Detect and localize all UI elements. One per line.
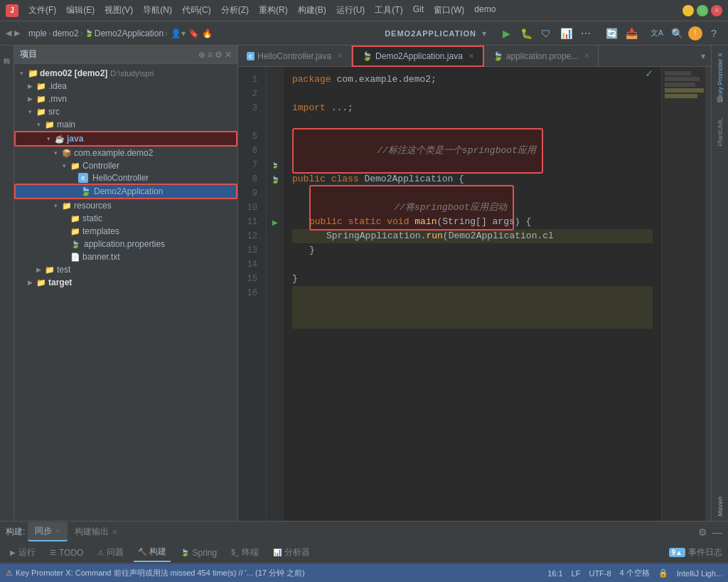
- code-content[interactable]: ✓ package com.example.demo2; import ...;…: [284, 67, 661, 521]
- tree-item-templates[interactable]: ▶ 📁 templates: [14, 225, 237, 238]
- tree-item-root[interactable]: ▾ 📁 demo02 [demo2] D:\study\spri: [14, 67, 237, 80]
- help-button[interactable]: ?: [705, 25, 722, 42]
- menu-git[interactable]: Git: [409, 3, 428, 18]
- close-tab-appprops[interactable]: ✕: [584, 52, 589, 60]
- run-button[interactable]: ▶: [498, 25, 515, 42]
- tree-item-test[interactable]: ▶ 📁 test: [14, 263, 237, 276]
- close-sync-icon[interactable]: ✕: [55, 527, 60, 535]
- maximize-button[interactable]: □: [697, 5, 708, 16]
- tree-item-target[interactable]: ▶ 📁 target: [14, 276, 237, 289]
- right-tab-maven[interactable]: Maven: [715, 492, 725, 521]
- tree-item-resources[interactable]: ▾ 📁 resources: [14, 199, 237, 212]
- bottom-settings-icon[interactable]: ⚙: [698, 527, 707, 538]
- theme-label[interactable]: IntelliJ Ligh...: [677, 569, 722, 578]
- project-close-icon[interactable]: ✕: [225, 50, 232, 60]
- menu-window[interactable]: 窗口(W): [429, 3, 469, 18]
- project-settings-icon[interactable]: ≡: [208, 50, 213, 60]
- run-tab-spring[interactable]: 🍃 Spring: [176, 545, 221, 561]
- menu-code[interactable]: 代码(C): [178, 3, 215, 18]
- cursor-position[interactable]: 16:1: [547, 569, 562, 578]
- minimize-button[interactable]: —: [682, 5, 694, 16]
- close-button[interactable]: ✕: [711, 5, 722, 16]
- project-gear-icon[interactable]: ⚙: [215, 50, 223, 60]
- tree-item-static[interactable]: ▶ 📁 static: [14, 212, 237, 225]
- notification-button[interactable]: !: [688, 26, 702, 41]
- run-tab-build[interactable]: 🔨 构建: [134, 543, 171, 562]
- tree-item-mvn[interactable]: ▶ 📁 .mvn: [14, 92, 237, 105]
- tree-item-main[interactable]: ▾ 📁 main: [14, 118, 237, 131]
- toolbar-icon-forward[interactable]: ▶: [14, 28, 20, 38]
- project-panel-actions: ⊕ ≡ ⚙ ✕: [198, 50, 232, 60]
- run-tab-problems[interactable]: ⚠ 问题: [93, 544, 128, 561]
- event-log-label[interactable]: 事件日志: [688, 546, 722, 559]
- translate-button[interactable]: 文A: [648, 25, 665, 42]
- search-button[interactable]: 🔍: [668, 25, 685, 42]
- tree-label-templates: templates: [82, 226, 119, 236]
- menu-build[interactable]: 构建(B): [294, 3, 331, 18]
- tree-item-demo2app[interactable]: ▶ 🍃 Demo2Application: [14, 184, 237, 199]
- menu-edit[interactable]: 编辑(E): [62, 3, 99, 18]
- menu-view[interactable]: 视图(V): [100, 3, 137, 18]
- tree-item-hellocontroller[interactable]: ▶ c HelloController: [14, 172, 237, 184]
- menu-nav[interactable]: 导航(N): [139, 3, 176, 18]
- debug-button[interactable]: 🐛: [518, 25, 535, 42]
- run-tab-run[interactable]: ▶ 运行: [6, 544, 40, 561]
- run-gutter-11[interactable]: ▶: [267, 215, 284, 229]
- tree-item-idea[interactable]: ▶ 📁 .idea: [14, 80, 237, 92]
- tab-hellocontroller[interactable]: c HelloController.java ✕: [238, 46, 352, 67]
- bottom-minimize-icon[interactable]: —: [712, 527, 722, 538]
- tree-item-banner[interactable]: ▶ 📄 banner.txt: [14, 250, 237, 263]
- breadcrumb-demo2[interactable]: demo2: [53, 28, 79, 38]
- toolbar-icon-user[interactable]: 👤▾: [171, 28, 186, 38]
- tab-demo2app[interactable]: 🍃 Demo2Application.java ✕: [352, 46, 484, 67]
- more-run-button[interactable]: ⋯: [577, 25, 594, 42]
- encoding[interactable]: UTF-8: [589, 569, 611, 578]
- line-ending[interactable]: LF: [572, 569, 581, 578]
- run-tab-todo[interactable]: ☰ TODO: [46, 545, 87, 561]
- profiler-button[interactable]: 📊: [557, 25, 574, 42]
- bottom-tab-buildout[interactable]: 构建输出 ✕: [68, 523, 124, 541]
- code-line-4: [292, 115, 653, 129]
- tree-label-src: src: [48, 107, 60, 117]
- close-tab-hello[interactable]: ✕: [337, 52, 343, 60]
- menu-tools[interactable]: 工具(T): [370, 3, 407, 18]
- coverage-button[interactable]: 🛡: [537, 25, 555, 42]
- run-tab-terminal[interactable]: $_ 终端: [227, 544, 263, 561]
- tab-appprops[interactable]: 🍃 application.prope... ✕: [484, 46, 599, 67]
- todo-icon: ☰: [50, 549, 56, 556]
- indent-setting[interactable]: 4 个空格: [620, 568, 650, 578]
- toolbar-icon-back[interactable]: ◀: [6, 28, 11, 38]
- menu-file[interactable]: 文件(F): [24, 3, 60, 18]
- tree-item-com[interactable]: ▾ 📦 com.example.demo2: [14, 147, 237, 159]
- project-dropdown-icon[interactable]: ▾: [482, 28, 486, 38]
- class-gutter-8[interactable]: 🍃: [267, 172, 284, 186]
- right-tab-planuml[interactable]: PlantUML: [715, 114, 725, 151]
- vcs-update-button[interactable]: 🔄: [603, 25, 620, 42]
- spring-icon-tab2: 🍃: [362, 51, 373, 61]
- menu-demo[interactable]: demo: [470, 3, 500, 18]
- close-buildout-icon[interactable]: ✕: [112, 528, 117, 536]
- menu-analyze[interactable]: 分析(Z): [217, 3, 253, 18]
- spring-gutter-7[interactable]: 🍃: [267, 158, 284, 172]
- tree-item-controller[interactable]: ▾ 📁 Controller: [14, 159, 237, 172]
- right-tab-key-promoter[interactable]: Key Promoter X: [715, 48, 725, 102]
- breadcrumb-sample[interactable]: mple: [28, 28, 47, 38]
- build-icon: 🔨: [138, 548, 146, 556]
- close-tab-demo2app[interactable]: ✕: [469, 52, 474, 60]
- tree-item-src[interactable]: ▾ 📁 src: [14, 105, 237, 118]
- project-sync-icon[interactable]: ⊕: [198, 50, 205, 60]
- bottom-tab-sync[interactable]: 同步 ✕: [28, 522, 68, 541]
- breadcrumb-app[interactable]: 🍃 Demo2Application: [85, 28, 164, 38]
- tree-item-appprops[interactable]: ▶ 🍃 application.properties: [14, 238, 237, 250]
- vcs-commit-button[interactable]: 📥: [623, 25, 640, 42]
- sidebar-collections-icon[interactable]: 收藏: [1, 512, 13, 521]
- run-tab-analyzer[interactable]: 📊 分析器: [269, 544, 314, 561]
- toolbar-icon-bookmark[interactable]: 🔖: [188, 28, 199, 38]
- menu-run[interactable]: 运行(U): [332, 3, 370, 18]
- right-tab-structure[interactable]: 结构: [714, 104, 726, 112]
- tree-item-java[interactable]: ▾ ☕ java: [14, 131, 237, 147]
- menu-refactor[interactable]: 重构(R): [255, 3, 292, 18]
- sidebar-structure-icon[interactable]: 结构: [1, 48, 13, 57]
- tab-more-button[interactable]: ▾: [695, 51, 711, 61]
- toolbar-icon-fire[interactable]: 🔥: [202, 28, 213, 38]
